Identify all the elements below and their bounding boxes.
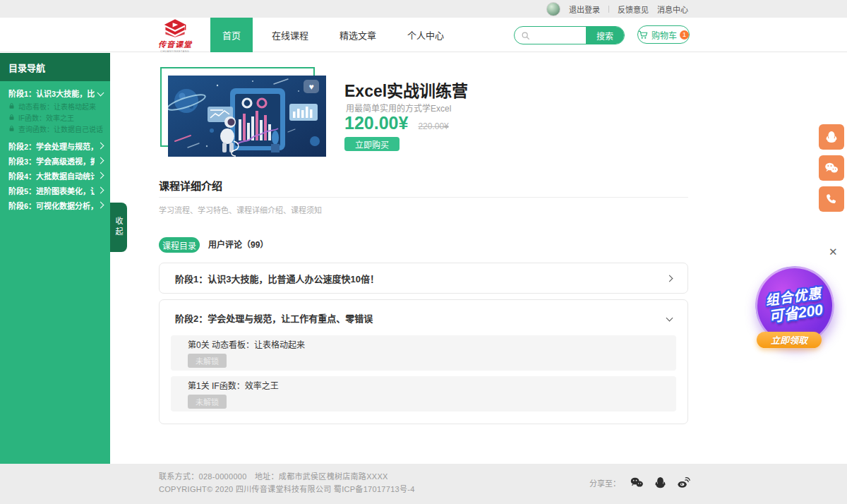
cart-count-badge: 1 (680, 30, 689, 40)
wechat-icon (824, 161, 839, 175)
price-row: 120.00¥ 220.00¥ (344, 113, 449, 133)
course-cover-illustration (168, 76, 326, 157)
share-label: 分享至： (589, 477, 620, 488)
stage-label: 阶段4：大批数据自动统计分析，... (8, 170, 95, 181)
user-avatar[interactable] (546, 2, 560, 16)
nav-menu: 首页 在线课程 精选文章 个人中心 (210, 18, 456, 52)
locked-status-badge: 未解锁 (188, 395, 227, 409)
course-subtitle: 用最简单实用的方式学Excel (346, 102, 451, 114)
stage-label: 阶段5：进阶图表美化，让汇报一... (8, 185, 95, 196)
wechat-contact-button[interactable] (819, 155, 844, 181)
course-page: 退出登录 反馈意见 消息中心 传音课堂 CHUANYINKETANG 首页 在线… (0, 0, 847, 504)
cart-icon (638, 30, 649, 40)
lock-icon (8, 102, 15, 109)
catalog-sidebar: 目录导航 阶段1：认识3大技能，比普通人... 动态看板：让表格动起来 IF函数… (0, 53, 110, 464)
accordion-stage-1[interactable]: 阶段1：认识3大技能，比普通人办公速度快10倍！ (159, 263, 688, 294)
brand-subtitle: CHUANYINKETANG (161, 49, 190, 53)
footer-copyright: COPYRIGHT© 2020 四川传音课堂科技有限公司 蜀ICP备170177… (159, 483, 415, 494)
lesson-title: 第0关 动态看板：让表格动起来 (188, 338, 659, 350)
feedback-link[interactable]: 反馈意见 (618, 4, 649, 15)
detail-summary: 学习流程、学习特色、课程详细介绍、课程须知 (159, 204, 322, 215)
course-cover (168, 76, 326, 157)
accordion-stage-2-header[interactable]: 阶段2：学会处理与规范，让工作有重点、零错误 (160, 300, 687, 335)
search-button[interactable]: 搜索 (586, 26, 624, 44)
qq-icon (824, 130, 839, 144)
lock-icon (8, 114, 15, 121)
nav-item-home[interactable]: 首页 (210, 18, 253, 52)
sidebar-stage-3[interactable]: 阶段3：学会高级透视，拥有同时... (0, 153, 110, 168)
chevron-down-icon (666, 314, 673, 321)
heart-icon: ♥ (308, 82, 313, 92)
logout-link[interactable]: 退出登录 (569, 4, 600, 15)
accordion-stage-title: 阶段1：认识3大技能，比普通人办公速度快10倍！ (175, 272, 379, 285)
cart-button[interactable]: 购物车 1 (637, 25, 690, 44)
chevron-right-icon (666, 275, 673, 282)
buy-now-button[interactable]: 立即购买 (344, 137, 400, 151)
chevron-right-icon (97, 143, 104, 150)
divider (159, 197, 688, 198)
sidebar-stage-1[interactable]: 阶段1：认识3大技能，比普通人... (0, 85, 110, 100)
favorite-button[interactable]: ♥ (304, 80, 319, 93)
share-bar: 分享至： (589, 476, 691, 489)
sidebar-title: 目录导航 (0, 53, 110, 81)
qq-contact-button[interactable] (819, 124, 844, 150)
sidebar-lesson-locked-2[interactable]: IF函数：效率之王 (0, 112, 110, 123)
phone-icon (825, 193, 838, 205)
footer (0, 464, 847, 504)
sidebar-stage-2[interactable]: 阶段2：学会处理与规范，让工作... (0, 138, 110, 153)
lesson-row-2[interactable]: 第1关 IF函数：效率之王 未解锁 (171, 376, 676, 412)
footer-contact: 联系方式：028-0000000 地址：成都市武侯区槐树店南路XXXX (159, 470, 388, 481)
stage-label: 阶段2：学会处理与规范，让工作... (8, 140, 95, 152)
cart-label: 购物车 (651, 29, 677, 41)
nav-item-articles[interactable]: 精选文章 (328, 18, 388, 52)
share-wechat-icon[interactable] (630, 476, 644, 489)
locked-lesson-label: IF函数：效率之王 (18, 112, 74, 123)
chevron-right-icon (97, 172, 104, 179)
topbar-divider (608, 6, 609, 13)
tab-course-catalog[interactable]: 课程目录 (159, 237, 200, 253)
stage-label: 阶段6：可视化数据分析，帮老板... (8, 200, 95, 211)
messages-link[interactable]: 消息中心 (657, 4, 688, 15)
locked-lesson-label: 查询函数：让数据自己说话 (18, 124, 103, 134)
chevron-right-icon (97, 157, 104, 164)
brand-name: 传音课堂 (158, 38, 192, 49)
accordion-stage-title: 阶段2：学会处理与规范，让工作有重点、零错误 (175, 311, 373, 325)
topbar: 退出登录 反馈意见 消息中心 (0, 0, 847, 18)
locked-status-badge: 未解锁 (188, 354, 227, 368)
lock-icon (8, 125, 15, 132)
search-box: 搜索 (514, 26, 625, 44)
promo-close-icon[interactable]: ✕ (829, 246, 838, 258)
phone-contact-button[interactable] (819, 186, 844, 212)
nav-item-courses[interactable]: 在线课程 (260, 18, 320, 52)
detail-heading: 课程详细介绍 (159, 178, 222, 193)
locked-lesson-label: 动态看板：让表格动起来 (18, 101, 96, 112)
search-input[interactable] (534, 28, 586, 43)
lesson-row-1[interactable]: 第0关 动态看板：让表格动起来 未解锁 (171, 335, 676, 371)
lesson-title: 第1关 IF函数：效率之王 (188, 379, 659, 391)
accordion-stage-2: 阶段2：学会处理与规范，让工作有重点、零错误 第0关 动态看板：让表格动起来 未… (159, 299, 688, 424)
share-qq-icon[interactable] (654, 476, 667, 489)
current-price: 120.00¥ (344, 113, 408, 133)
tab-user-comments[interactable]: 用户评论（99） (208, 237, 268, 253)
chevron-right-icon (97, 187, 104, 194)
stage-label: 阶段1：认识3大技能，比普通人... (8, 88, 95, 99)
sidebar-stage-5[interactable]: 阶段5：进阶图表美化，让汇报一... (0, 183, 110, 198)
brand-icon (163, 19, 187, 37)
original-price: 220.00¥ (418, 121, 448, 131)
sidebar-stage-6[interactable]: 阶段6：可视化数据分析，帮老板... (0, 198, 110, 212)
claim-coupon-button[interactable]: 立即领取 (757, 332, 822, 348)
chevron-right-icon (97, 202, 104, 209)
sidebar-collapse-button[interactable]: 收起 (110, 203, 127, 252)
stage-label: 阶段3：学会高级透视，拥有同时... (8, 155, 95, 167)
search-icon (521, 31, 530, 40)
sidebar-lesson-locked-3[interactable]: 查询函数：让数据自己说话 (0, 123, 110, 134)
chevron-down-icon (97, 90, 104, 97)
sidebar-stage-4[interactable]: 阶段4：大批数据自动统计分析，... (0, 168, 110, 183)
nav-item-profile[interactable]: 个人中心 (395, 18, 456, 52)
collapse-label: 收起 (113, 217, 124, 238)
brand-logo[interactable]: 传音课堂 CHUANYINKETANG (155, 19, 195, 53)
course-title: Excel实战训练营 (344, 78, 468, 102)
share-weibo-icon[interactable] (676, 476, 691, 489)
sidebar-lesson-locked-1[interactable]: 动态看板：让表格动起来 (0, 100, 110, 112)
